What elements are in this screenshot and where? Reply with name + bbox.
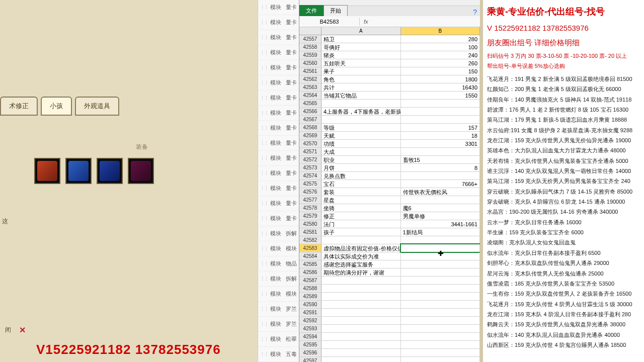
item-slot-2[interactable] — [65, 158, 92, 184]
cell-a[interactable] — [321, 116, 401, 123]
cell-a[interactable]: 功绩 — [321, 140, 401, 147]
cell-b[interactable] — [401, 301, 480, 308]
cell-a[interactable] — [321, 341, 401, 348]
cell-a[interactable]: 哥俩好 — [321, 43, 401, 51]
drag-handle-icon[interactable]: ⋮⋮ — [260, 65, 268, 70]
row-number[interactable]: 42585 — [299, 260, 321, 268]
row-number[interactable]: 42596 — [299, 349, 321, 356]
cell-b[interactable]: 3301 — [401, 140, 480, 147]
module-row[interactable]: ⋮⋮模块量卡 — [258, 90, 299, 106]
row-number[interactable]: 42589 — [299, 293, 321, 300]
cell-a[interactable]: 五娃听天 — [321, 59, 401, 67]
row-number[interactable]: 42586 — [299, 268, 321, 276]
col-header-b[interactable]: B — [401, 27, 480, 35]
item-slot-4[interactable] — [128, 158, 154, 184]
row-number[interactable]: 42563 — [299, 83, 321, 91]
cell-a[interactable]: 果子 — [321, 67, 401, 75]
row-number[interactable]: 42571 — [299, 148, 321, 155]
cell-b[interactable]: 传世铁衣无價松风 — [401, 188, 480, 196]
item-slot-1[interactable] — [34, 158, 60, 184]
cell-b[interactable] — [401, 108, 480, 115]
cell-a[interactable] — [321, 277, 401, 284]
row-number[interactable]: 42558 — [299, 43, 321, 51]
drag-handle-icon[interactable]: ⋮⋮ — [260, 322, 268, 327]
row-number[interactable]: 42595 — [299, 341, 321, 348]
cell-b[interactable] — [401, 100, 480, 107]
cell-b[interactable] — [401, 357, 480, 362]
name-box[interactable]: B42583 — [299, 18, 360, 26]
cell-a[interactable]: 法门 — [321, 220, 401, 228]
cell-b[interactable]: 280 — [401, 35, 480, 43]
cell-a[interactable] — [321, 236, 401, 244]
cell-a[interactable]: 共计 — [321, 83, 401, 91]
cell-a[interactable]: 坐骑 — [321, 204, 401, 212]
row-number[interactable]: 42565 — [299, 100, 321, 107]
drag-handle-icon[interactable]: ⋮⋮ — [260, 307, 268, 312]
cell-b[interactable] — [401, 341, 480, 348]
cell-b[interactable] — [401, 285, 480, 292]
row-number[interactable]: 42597 — [299, 357, 321, 362]
cell-a[interactable] — [321, 285, 401, 292]
cell-b[interactable]: 8 — [401, 164, 480, 171]
cell-b[interactable]: 畜牧15 — [401, 156, 480, 163]
cell-a[interactable]: 星盘 — [321, 196, 401, 204]
drag-handle-icon[interactable]: ⋮⋮ — [260, 156, 268, 161]
close-button[interactable]: 闭 — [0, 324, 16, 336]
cell-a[interactable]: 天赋 — [321, 132, 401, 139]
cell-a[interactable] — [321, 309, 401, 316]
tab-corrections[interactable]: 术修正 — [0, 97, 38, 116]
cell-a[interactable]: 期待您的满分好评，谢谢 — [321, 268, 401, 276]
cell-b[interactable] — [401, 277, 480, 284]
module-row[interactable]: ⋮⋮模块量卡 — [258, 15, 299, 30]
cell-a[interactable]: 当铺其它物品 — [321, 92, 401, 99]
module-row[interactable]: ⋮⋮模块量卡 — [258, 45, 299, 60]
module-row[interactable]: ⋮⋮模块模块 — [258, 241, 299, 256]
row-number[interactable]: 42587 — [299, 277, 321, 284]
row-number[interactable]: 42560 — [299, 59, 321, 67]
drag-handle-icon[interactable]: ⋮⋮ — [260, 80, 268, 85]
cell-a[interactable]: 孩子 — [321, 228, 401, 236]
module-row[interactable]: ⋮⋮模块量卡 — [258, 166, 299, 181]
cell-b[interactable] — [401, 268, 480, 276]
cell-b[interactable] — [401, 196, 480, 204]
cell-b[interactable] — [401, 260, 480, 268]
cell-a[interactable]: 感谢您选择鉴宝服务 — [321, 260, 401, 268]
cell-b[interactable] — [401, 172, 480, 179]
cell-b[interactable]: 男魔单修 — [401, 212, 480, 220]
row-number[interactable]: 42577 — [299, 196, 321, 204]
cell-b[interactable] — [401, 116, 480, 123]
row-number[interactable]: 42569 — [299, 132, 321, 139]
cell-b[interactable] — [401, 333, 480, 340]
cell-a[interactable]: 精卫 — [321, 35, 401, 43]
row-number[interactable]: 42578 — [299, 204, 321, 212]
cell-a[interactable]: 虚拟物品没有固定价值-价格仅供参考 — [321, 244, 401, 252]
module-row[interactable]: ⋮⋮模块物品 — [258, 256, 299, 272]
cell-a[interactable] — [321, 357, 401, 362]
drag-handle-icon[interactable]: ⋮⋮ — [260, 337, 268, 342]
drag-handle-icon[interactable]: ⋮⋮ — [260, 35, 268, 40]
cell-b[interactable]: 1550 — [401, 92, 480, 99]
row-number[interactable]: 42566 — [299, 108, 321, 115]
cell-b[interactable] — [401, 252, 480, 260]
drag-handle-icon[interactable]: ⋮⋮ — [260, 171, 268, 176]
cell-a[interactable] — [321, 301, 401, 308]
drag-handle-icon[interactable]: ⋮⋮ — [260, 50, 268, 55]
formula-bar[interactable] — [372, 21, 480, 23]
sheet-body[interactable]: 42557精卫28042558哥俩好10042559猪炎24042560五娃听天… — [299, 35, 480, 362]
cell-a[interactable]: 兑换点数 — [321, 172, 401, 179]
cell-a[interactable] — [321, 293, 401, 300]
tab-appearance[interactable]: 外观道具 — [75, 97, 119, 116]
cell-a[interactable]: 等级 — [321, 124, 401, 131]
cell-a[interactable]: 角色 — [321, 75, 401, 83]
drag-handle-icon[interactable]: ⋮⋮ — [260, 201, 268, 206]
row-number[interactable]: 42561 — [299, 67, 321, 75]
cell-a[interactable]: 猪炎 — [321, 51, 401, 59]
cell-a[interactable] — [321, 317, 401, 324]
row-number[interactable]: 42580 — [299, 220, 321, 228]
row-number[interactable]: 42574 — [299, 172, 321, 179]
drag-handle-icon[interactable]: ⋮⋮ — [260, 20, 268, 25]
row-number[interactable]: 42564 — [299, 92, 321, 99]
drag-handle-icon[interactable]: ⋮⋮ — [260, 261, 268, 266]
cell-a[interactable]: 具体以实际成交价为准 — [321, 252, 401, 260]
cell-b[interactable] — [401, 309, 480, 316]
